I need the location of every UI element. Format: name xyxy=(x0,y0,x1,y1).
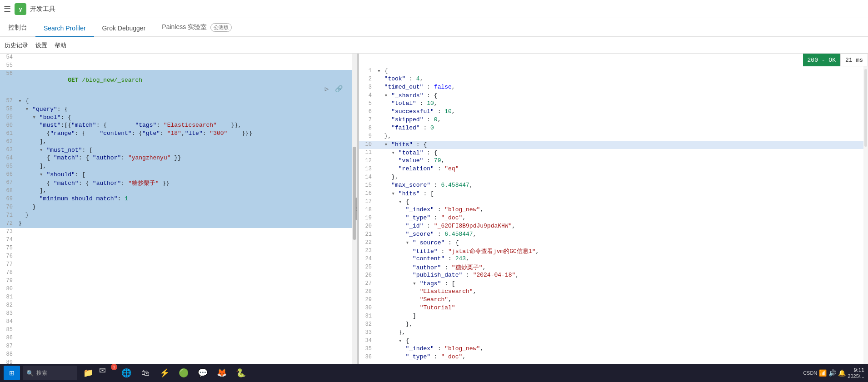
system-tray: CSDN 📶 🔊 🔔 9:11 2025/... xyxy=(803,367,864,379)
line-number: 57 xyxy=(0,97,16,105)
table-row: 65 ], xyxy=(0,163,357,171)
line-number: 56 xyxy=(0,70,16,97)
table-row: 30 "Tutorial" xyxy=(359,304,868,313)
mail-icon: ✉ xyxy=(99,366,106,375)
taskbar-app-mail[interactable]: ✉ 1 xyxy=(99,366,115,380)
table-row: 12 "value" : 79, xyxy=(359,157,868,165)
line-content: ], xyxy=(16,163,357,171)
line-content: ], xyxy=(16,187,357,195)
line-content: "Tutorial" xyxy=(375,304,868,313)
line-number: 5 xyxy=(359,100,375,108)
line-number: 16 xyxy=(359,190,375,198)
table-row: 60 "must":[{"match": { "tags": "Elastics… xyxy=(0,122,357,130)
line-number: 26 xyxy=(359,272,375,280)
table-row: 21 "_score" : 6.458447, xyxy=(359,231,868,239)
line-content: "skipped" : 0, xyxy=(375,116,868,124)
line-number: 59 xyxy=(0,114,16,122)
line-content: ▾ "total" : { xyxy=(375,149,868,157)
line-content: ▾ { xyxy=(16,97,357,105)
line-number: 70 xyxy=(0,203,16,212)
table-row: 69 "minimum_should_match": 1 xyxy=(0,195,357,203)
tab-grok-debugger[interactable]: Grok Debugger xyxy=(94,20,154,37)
line-number: 55 xyxy=(0,62,16,70)
taskbar-app-2[interactable]: 🟢 xyxy=(175,366,192,380)
right-editor-scroll[interactable]: 1 ▾ { 2 "took" : 4, 3 "timed_out" : fals… xyxy=(359,54,868,364)
left-editor-scroll[interactable]: 54 55 56 GET /blog_new/_search xyxy=(0,54,357,364)
line-number: 67 xyxy=(0,179,16,187)
table-row: 54 xyxy=(0,54,357,62)
status-bar: 200 - OK 21 ms xyxy=(803,54,868,66)
panel-divider-handle[interactable]: ⋮ xyxy=(355,198,358,220)
taskbar-app-3[interactable]: 💬 xyxy=(195,366,211,380)
line-content: "Search", xyxy=(375,296,868,304)
copy-button[interactable]: 🔗 xyxy=(334,84,344,94)
line-number: 20 xyxy=(359,223,375,231)
table-row: 61 {"range": { "content": {"gte": "18","… xyxy=(0,130,357,138)
volume-icon: 🔊 xyxy=(828,369,836,377)
table-row: 86 xyxy=(0,334,357,342)
line-number: 22 xyxy=(359,239,375,247)
clock-time: 9:11 xyxy=(854,367,864,373)
table-row: 31 ] xyxy=(359,313,868,321)
line-content: ▾ "tags" : [ xyxy=(375,280,868,288)
line-content: }, xyxy=(375,133,868,141)
left-scrollbar-thumb xyxy=(353,147,356,240)
line-content: { "match": { "author": "糖炒栗子" }} xyxy=(16,179,357,187)
table-row: 2 "took" : 4, xyxy=(359,75,868,84)
tab-console[interactable]: 控制台 xyxy=(0,19,35,37)
settings-button[interactable]: 设置 xyxy=(35,41,47,50)
help-button[interactable]: 帮助 xyxy=(55,41,66,50)
taskbar-search[interactable]: 🔍 搜索 xyxy=(23,366,77,380)
main-area: 54 55 56 GET /blog_new/_search xyxy=(0,54,868,364)
line-content: ▾ { xyxy=(375,198,868,206)
line-content: "_index" : "blog_new", xyxy=(375,206,868,214)
line-number: 10 xyxy=(359,141,375,149)
taskbar-app-store[interactable]: 🛍 xyxy=(137,366,154,380)
right-scrollbar[interactable] xyxy=(863,54,868,364)
line-number: 60 xyxy=(0,122,16,130)
beta-badge: 公测版 xyxy=(210,23,232,32)
line-content: } xyxy=(16,212,357,220)
line-number: 68 xyxy=(0,187,16,195)
line-content: "_type" : "_doc", xyxy=(375,353,868,362)
table-row: 58 ▾ "query": { xyxy=(0,105,357,114)
table-row: 1 ▾ { xyxy=(359,67,868,75)
line-number: 1 xyxy=(359,67,375,75)
table-row: 18 "_index" : "blog_new", xyxy=(359,206,868,214)
tab-painless[interactable]: Painless 实验室 公测版 xyxy=(154,19,240,37)
taskbar-app-4[interactable]: 🦊 xyxy=(214,366,230,380)
start-button[interactable]: ⊞ xyxy=(4,366,20,380)
line-number: 28 xyxy=(359,288,375,296)
menu-icon[interactable]: ☰ xyxy=(4,4,11,14)
table-row: 63 ▾ "must_not": [ xyxy=(0,146,357,154)
taskbar-app-file[interactable]: 📁 xyxy=(80,366,96,380)
table-row: 8 "failed" : 0 xyxy=(359,124,868,133)
line-content: "relation" : "eq" xyxy=(375,165,868,174)
taskbar-app-1[interactable]: ⚡ xyxy=(156,366,173,380)
table-row: 72 } xyxy=(0,220,357,228)
tab-search-profiler[interactable]: Search Profiler xyxy=(35,20,94,37)
table-row: 7 "skipped" : 0, xyxy=(359,116,868,124)
line-content: "failed" : 0 xyxy=(375,124,868,133)
line-content: GET /blog_new/_search ▷ 🔗 xyxy=(16,70,357,97)
line-number: 63 xyxy=(0,146,16,154)
line-number: 65 xyxy=(0,163,16,171)
left-editor[interactable]: 54 55 56 GET /blog_new/_search xyxy=(0,54,357,364)
taskbar-app-edge[interactable]: 🌐 xyxy=(118,366,135,380)
table-row: 85 xyxy=(0,326,357,334)
line-number: 61 xyxy=(0,130,16,138)
run-button[interactable]: ▷ xyxy=(322,84,332,94)
line-content: "timed_out" : false, xyxy=(375,84,868,92)
status-code: 200 - OK xyxy=(803,54,840,66)
table-row: 27 ▾ "tags" : [ xyxy=(359,280,868,288)
line-number: 25 xyxy=(359,263,375,272)
file-icon: 📁 xyxy=(83,368,93,378)
nav-tabs: 控制台 Search Profiler Grok Debugger Painle… xyxy=(0,18,868,37)
history-button[interactable]: 历史记录 xyxy=(5,41,28,50)
table-row: 67 { "match": { "author": "糖炒栗子" }} xyxy=(0,179,357,187)
taskbar-app-5[interactable]: 🐍 xyxy=(233,366,249,380)
line-content: "value" : 79, xyxy=(375,157,868,165)
right-panel: 200 - OK 21 ms 1 ▾ { 2 "took" : 4, 3 "ti xyxy=(359,54,868,364)
line-number: 2 xyxy=(359,75,375,84)
table-row: 71 } xyxy=(0,212,357,220)
